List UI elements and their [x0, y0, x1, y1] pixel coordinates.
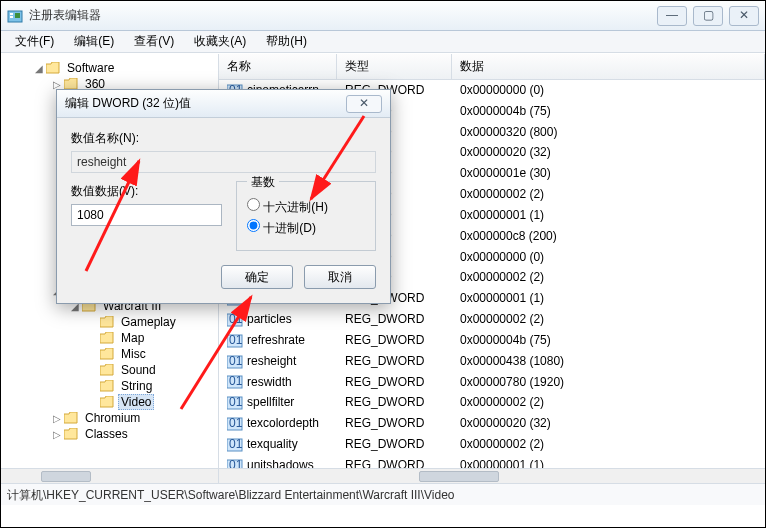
dialog-close-button[interactable]: ✕: [346, 95, 382, 113]
expander-icon[interactable]: ▷: [51, 429, 62, 440]
value-data: 0x00000000 (0): [452, 82, 765, 99]
menu-file[interactable]: 文件(F): [7, 31, 62, 52]
minimize-button[interactable]: —: [657, 6, 687, 26]
tree-node-map[interactable]: Map: [3, 330, 218, 346]
tree-node-gameplay[interactable]: Gameplay: [3, 314, 218, 330]
value-name: particles: [247, 312, 292, 326]
close-button[interactable]: ✕: [729, 6, 759, 26]
titlebar: 注册表编辑器 — ▢ ✕: [1, 1, 765, 31]
value-data: 0x00000002 (2): [452, 394, 765, 411]
tree-node-label[interactable]: Classes: [82, 426, 131, 442]
menu-view[interactable]: 查看(V): [126, 31, 182, 52]
value-name: texquality: [247, 437, 298, 451]
tree-node-label[interactable]: Misc: [118, 346, 149, 362]
statusbar: 计算机\HKEY_CURRENT_USER\Software\Blizzard …: [1, 483, 765, 505]
value-data: 0x00000002 (2): [452, 269, 765, 286]
folder-icon: [100, 380, 114, 392]
value-type: REG_DWORD: [337, 415, 452, 432]
tree-node-label[interactable]: Software: [64, 60, 117, 76]
expander-icon[interactable]: ◢: [33, 63, 44, 74]
list-hscroll[interactable]: [219, 468, 765, 483]
table-row[interactable]: 011reswidthREG_DWORD0x00000780 (1920): [219, 372, 765, 393]
expander-icon[interactable]: ▷: [51, 79, 62, 90]
maximize-button[interactable]: ▢: [693, 6, 723, 26]
list-header: 名称 类型 数据: [219, 54, 765, 80]
svg-text:011: 011: [229, 313, 243, 326]
dword-icon: 011: [227, 334, 243, 348]
value-data: 0x00000002 (2): [452, 186, 765, 203]
tree-hscroll[interactable]: [1, 468, 218, 483]
radix-dec-option[interactable]: 十进制(D): [247, 219, 365, 237]
value-data: 0x00000000 (0): [452, 249, 765, 266]
tree-node-sound[interactable]: Sound: [3, 362, 218, 378]
value-name: texcolordepth: [247, 416, 319, 430]
tree-node-label[interactable]: String: [118, 378, 155, 394]
dword-icon: 011: [227, 417, 243, 431]
value-data-input[interactable]: [71, 204, 222, 226]
tree-hscroll-thumb[interactable]: [41, 471, 91, 482]
value-name-label: 数值名称(N):: [71, 130, 376, 147]
value-name: spellfilter: [247, 395, 294, 409]
ok-button[interactable]: 确定: [221, 265, 293, 289]
value-type: REG_DWORD: [337, 311, 452, 328]
value-data: 0x00000438 (1080): [452, 353, 765, 370]
table-row[interactable]: 011spellfilterREG_DWORD0x00000002 (2): [219, 392, 765, 413]
table-row[interactable]: 011refreshrateREG_DWORD0x0000004b (75): [219, 330, 765, 351]
menu-edit[interactable]: 编辑(E): [66, 31, 122, 52]
tree-node-string[interactable]: String: [3, 378, 218, 394]
window-buttons: — ▢ ✕: [657, 6, 759, 26]
cancel-button[interactable]: 取消: [304, 265, 376, 289]
menu-fav[interactable]: 收藏夹(A): [186, 31, 254, 52]
svg-text:011: 011: [229, 355, 243, 368]
folder-icon: [100, 316, 114, 328]
dword-icon: 011: [227, 438, 243, 452]
tree-node-label[interactable]: Map: [118, 330, 147, 346]
svg-text:011: 011: [229, 334, 243, 347]
value-data: 0x00000002 (2): [452, 311, 765, 328]
svg-rect-3: [15, 13, 20, 18]
menu-help[interactable]: 帮助(H): [258, 31, 315, 52]
tree-node-video[interactable]: Video: [3, 394, 218, 410]
svg-text:011: 011: [229, 375, 243, 388]
regedit-icon: [7, 8, 23, 24]
tree-node-label[interactable]: Chromium: [82, 410, 143, 426]
list-hscroll-thumb[interactable]: [419, 471, 499, 482]
tree-node-misc[interactable]: Misc: [3, 346, 218, 362]
dword-icon: 011: [227, 396, 243, 410]
col-name[interactable]: 名称: [219, 54, 337, 79]
value-data: 0x00000020 (32): [452, 144, 765, 161]
dialog-titlebar[interactable]: 编辑 DWORD (32 位)值 ✕: [57, 90, 390, 118]
col-data[interactable]: 数据: [452, 54, 765, 79]
table-row[interactable]: 011texcolordepthREG_DWORD0x00000020 (32): [219, 413, 765, 434]
value-name: refreshrate: [247, 333, 305, 347]
dword-icon: 011: [227, 355, 243, 369]
table-row[interactable]: 011particlesREG_DWORD0x00000002 (2): [219, 309, 765, 330]
value-data: 0x00000002 (2): [452, 436, 765, 453]
value-type: REG_DWORD: [337, 374, 452, 391]
tree-node-software[interactable]: ◢Software: [3, 60, 218, 76]
value-data: 0x0000004b (75): [452, 103, 765, 120]
value-name: resheight: [247, 354, 296, 368]
value-data: 0x00000001 (1): [452, 290, 765, 307]
svg-text:011: 011: [229, 438, 243, 451]
tree-node-label[interactable]: Gameplay: [118, 314, 179, 330]
table-row[interactable]: 011resheightREG_DWORD0x00000438 (1080): [219, 351, 765, 372]
edit-dword-dialog: 编辑 DWORD (32 位)值 ✕ 数值名称(N): resheight 数值…: [56, 89, 391, 304]
value-data: 0x000000c8 (200): [452, 228, 765, 245]
tree-node-label[interactable]: Video: [118, 394, 154, 410]
folder-icon: [100, 332, 114, 344]
expander-icon[interactable]: ▷: [51, 413, 62, 424]
tree-node-chromium[interactable]: ▷Chromium: [3, 410, 218, 426]
value-name-display: resheight: [71, 151, 376, 173]
folder-icon: [64, 428, 78, 440]
tree-node-label[interactable]: Sound: [118, 362, 159, 378]
value-data: 0x0000001e (30): [452, 165, 765, 182]
value-data: 0x00000001 (1): [452, 207, 765, 224]
tree-node-classes[interactable]: ▷Classes: [3, 426, 218, 442]
value-data: 0x00000320 (800): [452, 124, 765, 141]
radix-hex-option[interactable]: 十六进制(H): [247, 198, 365, 216]
table-row[interactable]: 011texqualityREG_DWORD0x00000002 (2): [219, 434, 765, 455]
folder-icon: [100, 364, 114, 376]
dword-icon: 011: [227, 375, 243, 389]
col-type[interactable]: 类型: [337, 54, 452, 79]
